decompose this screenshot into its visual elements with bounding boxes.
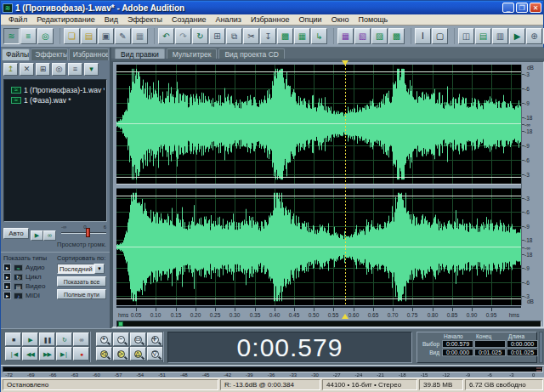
cd-project-view-button[interactable]: ◎ [37,28,54,44]
amplitude-ruler[interactable]: dBdB-3-3-6-6-9-9-18-18-∞-3-3-6-6-9-9-18-… [521,65,541,305]
zoom-in-button[interactable]: + [96,332,112,346]
play-looped-button[interactable]: ↻ [56,332,72,346]
time-field-0-2[interactable]: 0:00.000 [507,340,538,348]
redo-button[interactable]: ↷ [175,28,191,44]
menu-item-8[interactable]: Окно [327,14,354,25]
time-display[interactable]: 0:00.579 [167,332,412,363]
zoom-selection-button[interactable]: ▭ [130,332,146,346]
record-button[interactable]: ● [73,347,89,361]
repeat-command-button[interactable]: ↻ [192,28,208,44]
menu-item-9[interactable]: Помощь [354,14,393,25]
auto-play-button[interactable]: Авто [3,228,29,239]
close-file-button[interactable]: ✕ [20,63,34,76]
menu-item-5[interactable]: Анализ [212,14,246,25]
view-tab-2[interactable]: Вид проекта CD [218,48,285,59]
zoom-full-button[interactable]: ✛ [147,332,163,346]
type-checkbox[interactable]: ▸ [3,273,11,281]
spectral-phase-display-button[interactable]: ▩ [388,28,405,44]
close-button[interactable]: ✕ [530,3,541,13]
sort-by-dropdown[interactable]: Последний до ▼ [57,264,108,274]
fast-forward-button[interactable]: ▶▶ [39,347,55,361]
playhead-marker-top[interactable] [342,60,348,65]
sort-dropdown-arrow-icon[interactable]: ▼ [94,264,105,274]
play-button[interactable]: ▶ [22,332,38,346]
show-all-button[interactable]: Показать все [57,276,106,287]
cue-list-window-button[interactable]: ▤ [475,28,491,44]
menu-item-4[interactable]: Создание [167,14,211,25]
edit-view-button[interactable]: ≋ [3,28,20,44]
menu-item-7[interactable]: Опции [295,14,326,25]
time-field-1-2[interactable]: 0:01.025 [507,349,538,356]
cut-button[interactable]: ✂ [243,28,259,44]
menu-item-2[interactable]: Вид [100,14,122,25]
type-checkbox[interactable]: ▸ [3,292,11,299]
file-list[interactable]: ≈1 (Противофаза)-1.wav *≈1 (Фаза).wav * [3,79,107,222]
title-bar[interactable]: ≋ 1 (Противофаза)-1.wav* - Adobe Auditio… [1,1,543,14]
pause-button[interactable]: ❚❚ [39,332,55,346]
spectral-display-button[interactable]: ▧ [354,28,371,44]
paste-button[interactable]: ↧ [260,28,276,44]
open-file-button[interactable]: ▤ [81,28,97,44]
spectral-pan-display-button[interactable]: ▨ [371,28,388,44]
ibeam-tool-button[interactable]: I [415,28,431,44]
waveform-display-button[interactable]: ▦ [337,28,354,44]
insert-multitrack-button[interactable]: ⊞ [36,63,50,76]
time-field-1-1[interactable]: 0:01.025 [474,349,506,356]
type-checkbox[interactable]: ▸ [3,282,11,290]
save-all-button[interactable]: ▦ [132,28,148,44]
full-paths-button[interactable]: Полные пути [57,289,106,299]
undo-button[interactable]: ↶ [158,28,174,44]
file-list-item-1[interactable]: ≈1 (Фаза).wav * [4,95,106,105]
loop-button[interactable]: ∞ [73,332,89,346]
zoom-left-selection-button[interactable]: ◁ [96,347,112,361]
level-meter[interactable]: -72-69-66-63-60-57-54-51-48-45-42-39-36-… [1,365,544,378]
time-field-1-0[interactable]: 0:00.000 [442,349,473,356]
menu-item-0[interactable]: Файл [4,14,31,25]
rewind-button[interactable]: ◀◀ [22,347,38,361]
mix-paste-button[interactable]: ▦ [294,28,310,44]
menu-item-3[interactable]: Эффекты [123,14,167,25]
preview-play-button[interactable]: ▶ [31,230,43,241]
multitrack-view-button[interactable]: ≡ [20,28,37,44]
type-filter-1[interactable]: ▸↻Цикл [3,273,54,281]
play-list-window-button[interactable]: ▥ [492,28,508,44]
scrollbar-handle[interactable] [118,321,123,327]
type-checkbox[interactable]: ▸ [3,264,11,271]
files-panel-tab-1[interactable]: Эффекты [31,48,67,60]
type-filter-3[interactable]: ▸♪MIDI [3,292,54,299]
minimize-button[interactable]: _ [502,3,514,13]
time-field-0-1[interactable] [474,340,506,348]
view-tab-0[interactable]: Вид правки [115,48,165,59]
zoom-out-vertical-button[interactable]: ▽ [147,347,163,361]
menu-item-6[interactable]: Избранное [246,14,294,25]
view-tab-1[interactable]: Мультитрек [167,48,218,59]
save-as-button[interactable]: ✎ [115,28,131,44]
organizer-window-button[interactable]: ◫ [458,28,474,44]
insert-cd-button[interactable]: ◎ [52,63,66,76]
marquee-tool-button[interactable]: ▢ [432,28,448,44]
type-filter-2[interactable]: ▸▤Видео [3,282,54,290]
time-field-0-0[interactable]: 0:00.579 [442,340,473,348]
copy-button[interactable]: ⧉ [226,28,242,44]
go-to-end-button[interactable]: ▶❘ [56,347,72,361]
horizontal-scrollbar[interactable] [116,321,541,327]
advanced-options-button[interactable]: ▾ [84,63,99,76]
timeline-ruler[interactable]: hmshms0.050.100.150.200.250.300.350.400.… [116,306,521,319]
files-panel-tab-2[interactable]: Избранное [69,48,109,60]
preview-volume-slider[interactable]: -∞06 [60,226,108,240]
go-to-start-button[interactable]: ❘◀ [5,347,21,361]
import-file-button[interactable]: ↥ [3,63,18,76]
new-file-button[interactable]: ❏ [64,28,80,44]
file-list-item-0[interactable]: ≈1 (Противофаза)-1.wav * [4,85,106,95]
zoom-window-button[interactable]: ⊕ [526,28,542,44]
save-file-button[interactable]: ▣ [98,28,114,44]
file-properties-button[interactable]: ≡ [68,63,82,76]
zoom-out-button[interactable]: − [113,332,129,346]
properties-button[interactable]: ⊞ [209,28,225,44]
menu-item-1[interactable]: Редактирование [32,14,99,25]
files-panel-tab-0[interactable]: Файлы [2,48,30,60]
volume-slider-handle[interactable] [86,228,90,237]
stop-button[interactable]: ■ [5,332,21,346]
zoom-in-vertical-button[interactable]: △ [130,347,146,361]
convert-sample-type-button[interactable]: ↳ [311,28,327,44]
